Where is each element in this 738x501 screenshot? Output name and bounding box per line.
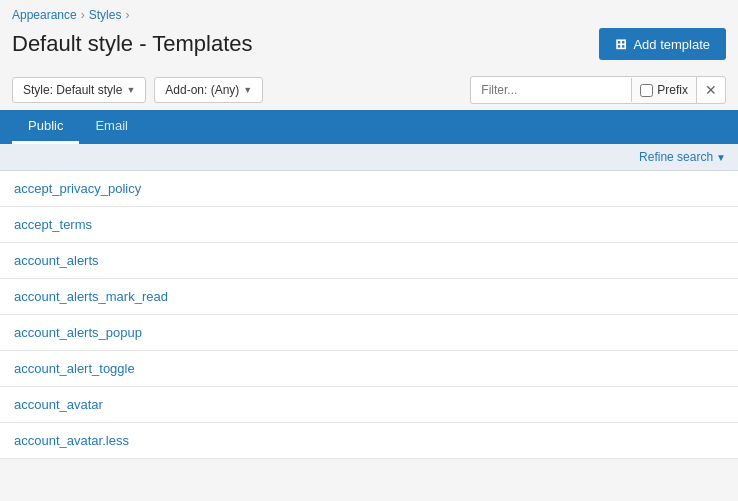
style-dropdown-arrow: ▼ bbox=[126, 85, 135, 95]
template-row[interactable]: accept_terms bbox=[0, 207, 738, 243]
breadcrumb-appearance[interactable]: Appearance bbox=[12, 8, 77, 22]
tab-public[interactable]: Public bbox=[12, 110, 79, 144]
template-name: account_avatar.less bbox=[14, 433, 129, 448]
template-row[interactable]: account_alerts bbox=[0, 243, 738, 279]
style-dropdown-label: Style: Default style bbox=[23, 83, 122, 97]
template-name: account_avatar bbox=[14, 397, 103, 412]
filter-close-button[interactable]: ✕ bbox=[696, 77, 725, 103]
template-row[interactable]: account_alerts_popup bbox=[0, 315, 738, 351]
template-name: account_alerts_popup bbox=[14, 325, 142, 340]
template-name: account_alerts_mark_read bbox=[14, 289, 168, 304]
refine-search-label: Refine search bbox=[639, 150, 713, 164]
template-row[interactable]: account_avatar bbox=[0, 387, 738, 423]
breadcrumb-sep-2: › bbox=[125, 8, 129, 22]
breadcrumb-sep-1: › bbox=[81, 8, 85, 22]
breadcrumb-styles[interactable]: Styles bbox=[89, 8, 122, 22]
addon-dropdown-label: Add-on: (Any) bbox=[165, 83, 239, 97]
close-icon: ✕ bbox=[705, 82, 717, 98]
plus-icon: ⊞ bbox=[615, 36, 627, 52]
template-name: account_alert_toggle bbox=[14, 361, 135, 376]
tab-email[interactable]: Email bbox=[79, 110, 144, 144]
addon-dropdown-arrow: ▼ bbox=[243, 85, 252, 95]
tabs-bar: Public Email bbox=[0, 110, 738, 144]
template-row[interactable]: account_alert_toggle bbox=[0, 351, 738, 387]
add-template-label: Add template bbox=[633, 37, 710, 52]
template-name: accept_privacy_policy bbox=[14, 181, 141, 196]
template-name: accept_terms bbox=[14, 217, 92, 232]
addon-dropdown[interactable]: Add-on: (Any) ▼ bbox=[154, 77, 263, 103]
page-header: Default style - Templates ⊞ Add template bbox=[0, 26, 738, 70]
prefix-area: Prefix bbox=[631, 78, 696, 102]
prefix-checkbox[interactable] bbox=[640, 84, 653, 97]
page-title: Default style - Templates bbox=[12, 31, 252, 57]
refine-bar: Refine search ▼ bbox=[0, 144, 738, 171]
template-list: accept_privacy_policyaccept_termsaccount… bbox=[0, 171, 738, 459]
filter-area: Prefix ✕ bbox=[470, 76, 726, 104]
refine-search-arrow: ▼ bbox=[716, 152, 726, 163]
template-row[interactable]: account_avatar.less bbox=[0, 423, 738, 459]
breadcrumb: Appearance › Styles › bbox=[0, 0, 738, 26]
template-name: account_alerts bbox=[14, 253, 99, 268]
template-row[interactable]: accept_privacy_policy bbox=[0, 171, 738, 207]
add-template-button[interactable]: ⊞ Add template bbox=[599, 28, 726, 60]
prefix-label: Prefix bbox=[657, 83, 688, 97]
template-row[interactable]: account_alerts_mark_read bbox=[0, 279, 738, 315]
filter-input[interactable] bbox=[471, 78, 631, 102]
toolbar: Style: Default style ▼ Add-on: (Any) ▼ P… bbox=[0, 70, 738, 110]
style-dropdown[interactable]: Style: Default style ▼ bbox=[12, 77, 146, 103]
refine-search-button[interactable]: Refine search ▼ bbox=[639, 150, 726, 164]
